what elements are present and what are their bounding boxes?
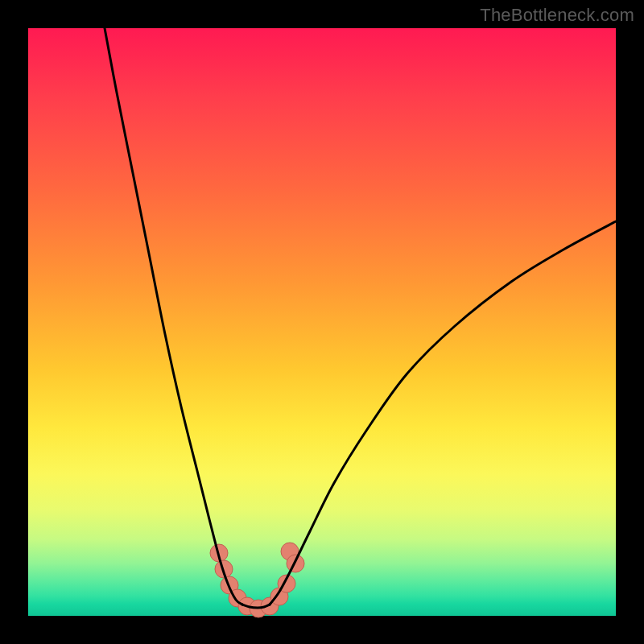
chart-frame: TheBottleneck.com xyxy=(0,0,644,644)
marker-group xyxy=(210,543,304,617)
curve-right xyxy=(270,221,616,605)
curve-left xyxy=(105,28,242,605)
watermark-text: TheBottleneck.com xyxy=(480,5,634,26)
chart-svg xyxy=(28,28,616,616)
